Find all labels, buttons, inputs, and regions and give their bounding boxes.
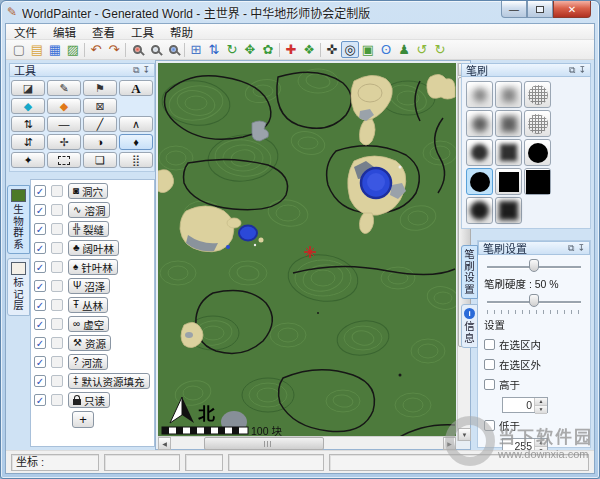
layer-button[interactable]: ? 河流 <box>68 354 108 370</box>
rotate-cw-button[interactable]: ↻ <box>431 41 449 58</box>
layer-show-checkbox[interactable]: ✓ <box>34 223 46 235</box>
layer-solo-checkbox[interactable] <box>51 318 63 330</box>
slider-thumb[interactable] <box>529 294 539 307</box>
layer-solo-checkbox[interactable] <box>51 394 63 406</box>
contrast-tool[interactable]: ◑ <box>83 134 117 150</box>
global-operations-tool[interactable]: ⊠ <box>83 98 117 114</box>
layer-solo-checkbox[interactable] <box>51 280 63 292</box>
spinner-up-icon[interactable]: ▲ <box>535 398 547 406</box>
tab-biomes[interactable]: 生物群系 <box>7 185 30 254</box>
pan-tool-button[interactable]: ✜ <box>323 41 341 58</box>
water-tool[interactable]: ◆ <box>11 98 45 114</box>
select-area-tool[interactable] <box>47 152 81 168</box>
move-world-button[interactable]: ✥ <box>241 41 259 58</box>
layer-show-checkbox[interactable]: ✓ <box>34 337 46 349</box>
brush-size-slider[interactable] <box>484 258 584 274</box>
layer-button[interactable]: ╬ 裂缝 <box>68 221 109 237</box>
fit-view-button[interactable]: ❖ <box>300 41 318 58</box>
rotate-world-button[interactable]: ↻ <box>223 41 241 58</box>
close-button[interactable]: ✕ <box>553 1 591 18</box>
map-canvas[interactable]: 北 100 块 <box>158 63 456 441</box>
medium-circle-brush[interactable] <box>466 110 493 137</box>
maximize-button[interactable] <box>527 1 553 18</box>
brush-hardness-slider[interactable] <box>484 293 584 309</box>
shift-world-button[interactable]: ⇅ <box>205 41 223 58</box>
layer-show-checkbox[interactable]: ✓ <box>34 394 46 406</box>
layer-button[interactable]: ♣ 阔叶林 <box>68 240 119 256</box>
undo-button[interactable]: ↶ <box>87 41 105 58</box>
scroll-left-icon[interactable]: ◀ <box>158 437 171 450</box>
menu-help[interactable]: 帮助 <box>162 24 201 40</box>
layer-show-checkbox[interactable]: ✓ <box>34 185 46 197</box>
view-dialog-button[interactable]: ⊞ <box>187 41 205 58</box>
dark-square-brush[interactable] <box>495 197 522 224</box>
menu-edit[interactable]: 编辑 <box>45 24 84 40</box>
view-eye-button[interactable]: ʘ <box>377 41 395 58</box>
float-panel-icon[interactable]: ⧉ <box>568 243 574 254</box>
save-button[interactable]: ▦ <box>46 41 64 58</box>
rough-circle-brush[interactable] <box>524 81 551 108</box>
layer-solo-checkbox[interactable] <box>51 299 63 311</box>
scroll-down-icon[interactable]: ▼ <box>458 428 471 441</box>
layer-solo-checkbox[interactable] <box>51 356 63 368</box>
copy-selection-tool[interactable]: ❏ <box>83 152 117 168</box>
solid-circle-brush[interactable] <box>524 139 551 166</box>
spray-tool[interactable]: ✢ <box>47 134 81 150</box>
below-level-checkbox[interactable] <box>484 420 495 431</box>
lava-tool[interactable]: ◆ <box>47 98 81 114</box>
layer-button[interactable]: ‡ 默认资源填充 <box>68 373 150 389</box>
above-level-checkbox[interactable] <box>484 379 495 390</box>
layer-solo-checkbox[interactable] <box>51 337 63 349</box>
above-level-spinner[interactable]: 0▲▼ <box>502 397 548 413</box>
spatter-brush[interactable] <box>524 110 551 137</box>
outside-selection-checkbox[interactable] <box>484 359 495 370</box>
open-button[interactable]: ▤ <box>28 41 46 58</box>
menu-tools[interactable]: 工具 <box>123 24 162 40</box>
new-world-button[interactable]: ▢ <box>10 41 28 58</box>
tree-tool[interactable]: ♦ <box>119 134 153 150</box>
map-horizontal-scrollbar[interactable]: ◀ ▶ <box>158 436 456 449</box>
layer-button[interactable]: ⚒ 资源 <box>68 335 111 351</box>
layer-button[interactable]: 只读 <box>68 392 110 408</box>
import-image-button[interactable]: ▨ <box>64 41 82 58</box>
terrain-stamp-tool[interactable]: ◪ <box>11 80 45 96</box>
layer-show-checkbox[interactable]: ✓ <box>34 280 46 292</box>
layer-button[interactable]: ∿ 溶洞 <box>68 202 110 218</box>
spray-dither-tool[interactable]: ⣿ <box>119 152 153 168</box>
horizontal-scroll-thumb[interactable] <box>204 437 324 450</box>
medium-square-brush[interactable] <box>495 110 522 137</box>
rotate-ccw-button[interactable]: ↺ <box>413 41 431 58</box>
player-view-button[interactable]: ♟ <box>395 41 413 58</box>
zoom-out-button[interactable] <box>128 41 146 58</box>
layer-solo-checkbox[interactable] <box>51 261 63 273</box>
constant-square-brush[interactable] <box>495 168 522 195</box>
pin-panel-icon[interactable]: ↧ <box>577 243 585 254</box>
spinner-up-icon[interactable]: ▲ <box>535 439 547 447</box>
large-square-brush[interactable] <box>524 168 551 195</box>
hard-circle-brush[interactable] <box>466 139 493 166</box>
layer-show-checkbox[interactable]: ✓ <box>34 261 46 273</box>
layer-show-checkbox[interactable]: ✓ <box>34 356 46 368</box>
spinner-down-icon[interactable]: ▼ <box>535 406 547 414</box>
layer-button[interactable]: ◙ 洞穴 <box>68 183 108 199</box>
focus-target-button[interactable]: ◎ <box>341 41 359 58</box>
layer-solo-checkbox[interactable] <box>51 204 63 216</box>
float-panel-icon[interactable]: ⧉ <box>569 65 575 76</box>
pin-panel-icon[interactable]: ↧ <box>142 65 150 76</box>
scroll-right-icon[interactable]: ▶ <box>443 437 456 450</box>
menu-file[interactable]: 文件 <box>6 24 45 40</box>
layer-solo-checkbox[interactable] <box>51 185 63 197</box>
move-to-spawn-button[interactable]: ✚ <box>282 41 300 58</box>
layer-solo-checkbox[interactable] <box>51 242 63 254</box>
slope-tool[interactable]: ⇅ <box>11 116 45 132</box>
float-panel-icon[interactable]: ⧉ <box>133 65 139 76</box>
layer-show-checkbox[interactable]: ✓ <box>34 299 46 311</box>
soft-square-brush[interactable] <box>495 81 522 108</box>
layer-button[interactable]: ∞ 虚空 <box>68 316 109 332</box>
zoom-in-button[interactable] <box>164 41 182 58</box>
pencil-tool[interactable]: ✎ <box>47 80 81 96</box>
dimension-properties-button[interactable]: ✿ <box>259 41 277 58</box>
slider-thumb[interactable] <box>529 259 539 272</box>
layer-show-checkbox[interactable]: ✓ <box>34 242 46 254</box>
add-layer-button[interactable]: + <box>72 411 94 428</box>
